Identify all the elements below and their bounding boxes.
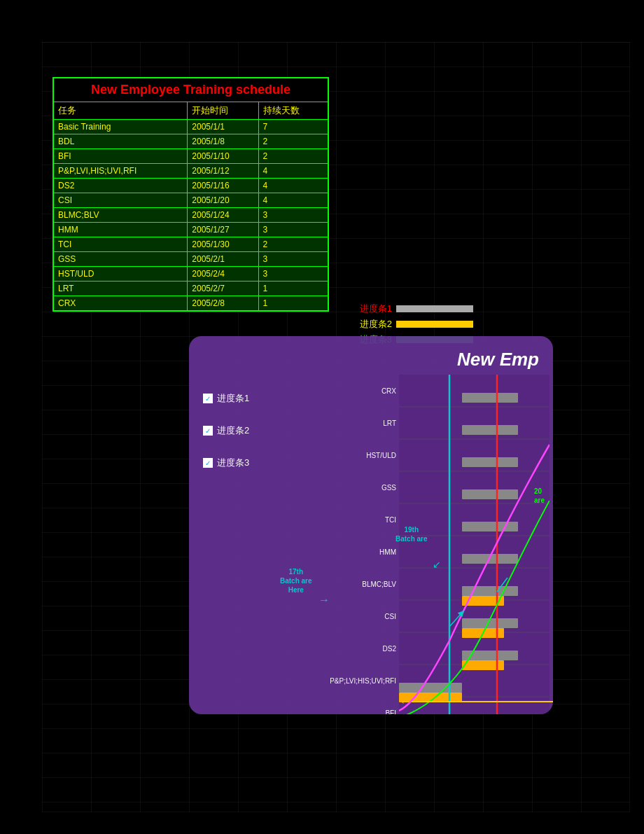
row-label-bfi: BFI	[343, 697, 399, 714]
cell-start: 2005/1/30	[188, 237, 258, 252]
table-row: HMM2005/1/273	[53, 223, 328, 237]
row-label-ds2: DS2	[343, 632, 399, 665]
table-row: BFI2005/1/102	[53, 149, 328, 164]
cell-days: 3	[258, 223, 328, 237]
cell-start: 2005/1/27	[188, 223, 258, 237]
table-body: Basic Training2005/1/17BDL2005/1/82BFI20…	[53, 120, 328, 312]
legend-label-2: 进度条2	[343, 318, 392, 331]
svg-rect-21	[462, 522, 518, 531]
legend-item-2: 进度条2	[343, 318, 473, 331]
cell-task: LRT	[53, 282, 188, 296]
cell-task: TCI	[53, 237, 188, 252]
chart-legend-label-3: 进度条3	[217, 457, 249, 469]
chart-row-labels: CRX LRT HST/ULD GSS TCI HMM BLMC;BLV CSI…	[343, 375, 399, 714]
cell-task: HMM	[53, 223, 188, 237]
cell-days: 3	[258, 208, 328, 223]
cell-days: 4	[258, 179, 328, 193]
table-header-row: 任务 开始时间 持续天数	[53, 102, 328, 120]
cell-start: 2005/2/7	[188, 282, 258, 296]
cell-start: 2005/1/8	[188, 134, 258, 149]
cell-task: CRX	[53, 296, 188, 312]
annotation-19th: 19thBatch are	[396, 525, 428, 543]
table-row: HST/ULD2005/2/43	[53, 267, 328, 282]
row-label-crx: CRX	[343, 375, 399, 407]
legend-item-1: 进度条1	[343, 303, 473, 315]
cell-task: GSS	[53, 252, 188, 267]
cell-days: 1	[258, 282, 328, 296]
svg-rect-24	[462, 425, 518, 435]
cell-days: 4	[258, 164, 328, 179]
svg-rect-19	[462, 586, 518, 596]
table-row: TCI2005/1/302	[53, 237, 328, 252]
chart-legend-label-2: 进度条2	[217, 424, 249, 437]
cell-start: 2005/1/20	[188, 193, 258, 208]
annotation-17th: 17thBatch areHere	[280, 567, 312, 595]
legend-bar-1	[396, 305, 473, 312]
bottom-arrow: ←	[399, 695, 553, 709]
svg-rect-22	[462, 489, 518, 499]
legend-check-2: ✓ 进度条2	[203, 424, 249, 437]
checkbox-3[interactable]: ✓	[203, 458, 213, 468]
chart-legend-label-1: 进度条1	[217, 392, 249, 405]
chart-title: New Emp	[457, 349, 539, 370]
cell-days: 3	[258, 252, 328, 267]
cell-task: BDL	[53, 134, 188, 149]
table-row: GSS2005/2/13	[53, 252, 328, 267]
table-title: New Employee Training schedule	[91, 83, 290, 97]
row-label-hstuld: HST/ULD	[343, 439, 399, 471]
cell-task: BLMC;BLV	[53, 208, 188, 223]
cell-days: 3	[258, 267, 328, 282]
checkbox-1[interactable]: ✓	[203, 394, 213, 403]
cell-task: P&P,LVI,HIS;UVI,RFI	[53, 164, 188, 179]
cell-start: 2005/2/8	[188, 296, 258, 312]
chart-svg	[399, 375, 550, 714]
row-label-ppetc: P&P;LVI;HIS;UVI;RFI	[343, 665, 399, 697]
cell-start: 2005/1/1	[188, 120, 258, 134]
cell-task: Basic Training	[53, 120, 188, 134]
col-task: 任务	[53, 102, 188, 120]
chart-legend: ✓ 进度条1 ✓ 进度条2 ✓ 进度条3	[203, 392, 249, 489]
row-label-csi: CSI	[343, 600, 399, 632]
training-table: New Employee Training schedule 任务 开始时间 持…	[52, 77, 329, 312]
cell-days: 1	[258, 296, 328, 312]
arrow-19th: ↙	[433, 559, 441, 570]
table-title-row: New Employee Training schedule	[53, 78, 328, 102]
col-start: 开始时间	[188, 102, 258, 120]
cell-start: 2005/2/4	[188, 267, 258, 282]
legend-label-1: 进度条1	[343, 303, 392, 315]
cell-days: 2	[258, 237, 328, 252]
cell-days: 7	[258, 120, 328, 134]
row-label-tci: TCI	[343, 503, 399, 536]
svg-rect-16	[399, 683, 462, 693]
arrow-17th: →	[318, 594, 330, 606]
annotation-20th: 20are	[534, 487, 545, 505]
cell-days: 2	[258, 134, 328, 149]
checkbox-2[interactable]: ✓	[203, 426, 213, 436]
cell-days: 4	[258, 193, 328, 208]
table-row: Basic Training2005/1/17	[53, 120, 328, 134]
row-label-gss: GSS	[343, 471, 399, 503]
cell-task: CSI	[53, 193, 188, 208]
table-row: BLMC;BLV2005/1/243	[53, 208, 328, 223]
table-row: CRX2005/2/81	[53, 296, 328, 312]
cell-task: DS2	[53, 179, 188, 193]
legend-check-1: ✓ 进度条1	[203, 392, 249, 405]
cell-task: BFI	[53, 149, 188, 164]
row-label-lrt: LRT	[343, 407, 399, 439]
table-row: BDL2005/1/82	[53, 134, 328, 149]
legend-bar-2	[396, 321, 473, 328]
col-days: 持续天数	[258, 102, 328, 120]
svg-rect-25	[462, 393, 518, 403]
cell-start: 2005/2/1	[188, 252, 258, 267]
row-label-blmcblv: BLMC;BLV	[343, 568, 399, 600]
cell-days: 2	[258, 149, 328, 164]
cell-start: 2005/1/12	[188, 164, 258, 179]
svg-rect-23	[462, 457, 518, 467]
table-row: LRT2005/2/71	[53, 282, 328, 296]
cell-start: 2005/1/16	[188, 179, 258, 193]
table-row: DS22005/1/164	[53, 179, 328, 193]
row-label-hmm: HMM	[343, 536, 399, 568]
cell-start: 2005/1/24	[188, 208, 258, 223]
cell-task: HST/ULD	[53, 267, 188, 282]
cell-start: 2005/1/10	[188, 149, 258, 164]
